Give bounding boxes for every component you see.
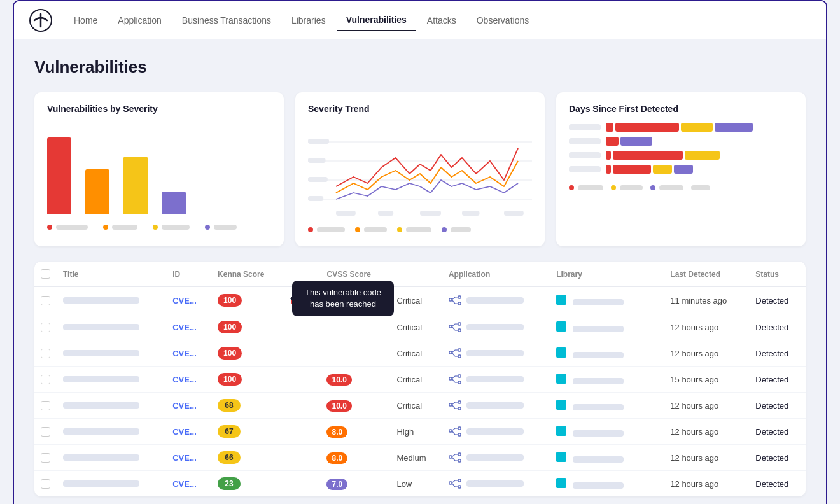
- application-placeholder: [466, 480, 524, 487]
- row-checkbox[interactable]: [41, 401, 50, 410]
- table-row: CVE... 68 10.0 Critical 12 hours ago Det…: [34, 393, 806, 419]
- row-checkbox[interactable]: [41, 296, 50, 305]
- svg-rect-16: [458, 302, 461, 305]
- svg-rect-50: [458, 427, 461, 430]
- svg-rect-58: [458, 459, 461, 462]
- vulnerabilities-table: Title ID Kenna Score CVSS Score Applicat…: [34, 262, 806, 496]
- severity-text: Critical: [396, 323, 422, 332]
- cvss-badge: 10.0: [326, 374, 351, 386]
- cvss-badge: 10.0: [326, 400, 351, 412]
- last-detected: 15 hours ago: [664, 367, 749, 393]
- main-content: Vulnerabilities Vulnerabilities by Sever…: [14, 39, 826, 504]
- svg-rect-57: [458, 453, 461, 456]
- col-title: Title: [57, 262, 166, 287]
- table-row: CVE... 100 Critical 12 hours ago Detecte…: [34, 340, 806, 367]
- svg-rect-51: [458, 433, 461, 436]
- nav-application[interactable]: Application: [109, 10, 171, 31]
- svg-line-59: [452, 454, 455, 457]
- library-placeholder: [573, 482, 624, 489]
- library-placeholder: [573, 326, 624, 332]
- table-row: CVE... 100 Critical 12 hours ago Detecte…: [34, 314, 806, 340]
- cvss-badge: 7.0: [326, 479, 347, 490]
- library-color-indicator: [556, 478, 566, 488]
- status-badge: Detected: [749, 287, 806, 314]
- col-id: ID: [166, 262, 211, 287]
- row-checkbox[interactable]: [41, 427, 50, 437]
- severity-text: Medium: [396, 453, 426, 463]
- network-icon: [449, 373, 461, 386]
- library-placeholder: [573, 430, 624, 437]
- cve-id[interactable]: CVE...: [172, 427, 197, 437]
- kenna-score-badge: 100: [218, 347, 242, 360]
- last-detected: 12 hours ago: [664, 393, 749, 419]
- row-checkbox[interactable]: [41, 323, 50, 332]
- cve-id[interactable]: CVE...: [172, 349, 197, 358]
- last-detected: 12 hours ago: [664, 419, 749, 445]
- col-kenna: Kenna Score: [211, 262, 284, 287]
- app-logo[interactable]: [29, 9, 52, 32]
- bar-chart-area: [47, 123, 271, 237]
- col-status: Status: [749, 262, 806, 287]
- cve-id[interactable]: CVE...: [172, 401, 197, 410]
- last-detected: 11 minutes ago: [664, 287, 749, 314]
- library-color-indicator: [556, 347, 566, 358]
- nav-observations[interactable]: Observations: [468, 10, 538, 31]
- nav-home[interactable]: Home: [65, 10, 106, 31]
- nav-attacks[interactable]: Attacks: [418, 10, 465, 31]
- cve-id[interactable]: CVE...: [172, 296, 197, 305]
- svg-rect-23: [458, 329, 461, 332]
- network-icon: [449, 477, 461, 490]
- svg-line-32: [452, 353, 455, 356]
- application-placeholder: [466, 454, 524, 461]
- svg-rect-56: [449, 456, 452, 458]
- tooltip-vulnerable-code: This vulnerable code has been reached: [292, 281, 394, 316]
- kenna-score-badge: 67: [218, 425, 241, 438]
- application-placeholder: [466, 324, 524, 330]
- svg-rect-35: [449, 377, 452, 380]
- nav-libraries[interactable]: Libraries: [283, 10, 335, 31]
- row-checkbox[interactable]: [41, 479, 50, 489]
- svg-rect-5: [308, 139, 329, 144]
- cve-id[interactable]: CVE...: [172, 453, 197, 463]
- svg-line-31: [452, 350, 455, 353]
- row-checkbox[interactable]: [41, 375, 50, 384]
- row-checkbox[interactable]: [41, 349, 50, 358]
- svg-line-67: [452, 483, 455, 487]
- status-badge: Detected: [749, 340, 806, 367]
- kenna-score-badge: 23: [218, 477, 241, 490]
- last-detected: 12 hours ago: [664, 314, 749, 340]
- select-all-checkbox[interactable]: [41, 269, 50, 279]
- nav-business-transactions[interactable]: Business Transactions: [173, 10, 280, 31]
- svg-rect-8: [308, 196, 323, 201]
- nav-vulnerabilities[interactable]: Vulnerabilities: [337, 10, 416, 31]
- cve-id[interactable]: CVE...: [172, 375, 197, 384]
- title-placeholder: [63, 402, 139, 409]
- chart-severity-title: Vulnerabilities by Severity: [47, 104, 271, 114]
- svg-line-18: [452, 300, 455, 304]
- last-detected: 12 hours ago: [664, 340, 749, 367]
- svg-rect-64: [458, 479, 461, 482]
- row-checkbox[interactable]: [41, 453, 50, 463]
- kenna-score-badge: 100: [218, 321, 242, 333]
- svg-line-52: [452, 428, 455, 431]
- svg-line-39: [452, 379, 455, 382]
- kenna-score-badge: 66: [218, 451, 241, 464]
- library-color-indicator: [556, 400, 566, 410]
- svg-rect-12: [462, 211, 480, 216]
- svg-rect-44: [458, 407, 461, 410]
- cve-id[interactable]: CVE...: [172, 479, 197, 489]
- status-badge: Detected: [749, 367, 806, 393]
- svg-rect-28: [449, 351, 452, 354]
- application-placeholder: [466, 428, 524, 435]
- table-row: CVE... 23 7.0 Low 12 hours ago Detected: [34, 471, 806, 497]
- svg-rect-21: [449, 325, 452, 328]
- table-row: CVE... 100 10.0 Critical 15 hours ago De…: [34, 367, 806, 393]
- library-color-indicator: [556, 321, 566, 332]
- col-library: Library: [550, 262, 648, 287]
- cve-id[interactable]: CVE...: [172, 323, 197, 332]
- svg-rect-65: [458, 486, 461, 488]
- title-placeholder: [63, 350, 139, 356]
- svg-rect-9: [336, 211, 356, 216]
- svg-line-46: [452, 405, 455, 409]
- last-detected: 12 hours ago: [664, 471, 749, 497]
